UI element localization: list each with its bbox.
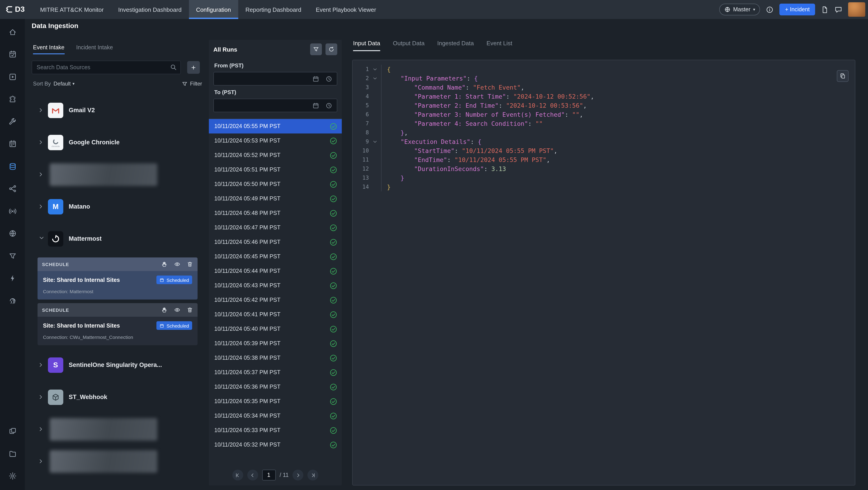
page-next-button[interactable]	[293, 470, 304, 481]
rail-button-link-analysis[interactable]	[0, 178, 25, 200]
add-incident-button[interactable]: + Incident	[780, 4, 815, 16]
rail-button-settings-gear[interactable]	[0, 465, 25, 487]
grab-icon[interactable]	[161, 261, 168, 267]
data-source-redacted[interactable]	[32, 158, 204, 191]
eye-icon[interactable]	[174, 307, 180, 313]
rail-button-home[interactable]	[0, 21, 25, 43]
run-row[interactable]: 10/11/2024 05:33 PM PST	[209, 423, 342, 437]
rail-button-automation[interactable]	[0, 267, 25, 290]
clock-icon[interactable]	[326, 75, 332, 82]
nav-item-reporting-dashboard[interactable]: Reporting Dashboard	[238, 0, 309, 19]
rail-button-playbook[interactable]	[0, 66, 25, 88]
tab-input-data[interactable]: Input Data	[353, 40, 380, 51]
schedule-card[interactable]: SCHEDULESite: Shared to Internal SitesSc…	[37, 257, 197, 299]
run-row[interactable]: 10/11/2024 05:52 PM PST	[209, 148, 342, 163]
app-logo[interactable]: D3	[0, 0, 33, 19]
search-input[interactable]	[32, 61, 181, 74]
nav-item-configuration[interactable]: Configuration	[189, 0, 238, 19]
run-row[interactable]: 10/11/2024 05:42 PM PST	[209, 293, 342, 307]
data-source-sentinelone-singularity-opera[interactable]: SSentinelOne Singularity Opera...	[32, 349, 204, 381]
run-row[interactable]: 10/11/2024 05:53 PM PST	[209, 134, 342, 148]
eye-icon[interactable]	[174, 261, 180, 267]
run-row[interactable]: 10/11/2024 05:50 PM PST	[209, 177, 342, 192]
rail-button-data-ingestion[interactable]	[0, 155, 25, 178]
chevron-right-icon[interactable]	[38, 458, 45, 464]
calendar-icon[interactable]	[312, 102, 319, 109]
rail-button-schedule-calendar[interactable]	[0, 133, 25, 155]
clock-icon[interactable]	[326, 102, 332, 109]
run-row[interactable]: 10/11/2024 05:40 PM PST	[209, 322, 342, 336]
page-first-button[interactable]	[232, 470, 243, 481]
data-source-redacted[interactable]	[32, 445, 204, 477]
rail-button-globe[interactable]	[0, 222, 25, 245]
run-row[interactable]: 10/11/2024 05:32 PM PST	[209, 437, 342, 452]
run-row[interactable]: 10/11/2024 05:46 PM PST	[209, 235, 342, 249]
chevron-right-icon[interactable]	[38, 204, 45, 209]
rail-button-integrations[interactable]	[0, 88, 25, 110]
rail-button-folder[interactable]	[0, 442, 25, 465]
delete-icon[interactable]	[187, 261, 193, 267]
run-row[interactable]: 10/11/2024 05:51 PM PST	[209, 163, 342, 177]
run-row[interactable]: 10/11/2024 05:39 PM PST	[209, 336, 342, 351]
copy-button[interactable]	[837, 70, 848, 82]
calendar-icon[interactable]	[312, 75, 319, 82]
chevron-right-icon[interactable]	[38, 107, 45, 113]
tab-ingested-data[interactable]: Ingested Data	[437, 40, 474, 51]
run-row[interactable]: 10/11/2024 05:48 PM PST	[209, 206, 342, 220]
tab-output-data[interactable]: Output Data	[393, 40, 425, 51]
master-selector[interactable]: Master ▾	[719, 4, 760, 16]
run-row[interactable]: 10/11/2024 05:49 PM PST	[209, 192, 342, 206]
run-row[interactable]: 10/11/2024 05:55 PM PST	[209, 119, 342, 134]
run-row[interactable]: 10/11/2024 05:43 PM PST	[209, 278, 342, 293]
rail-button-fingerprint[interactable]	[0, 290, 25, 312]
run-row[interactable]: 10/11/2024 05:47 PM PST	[209, 220, 342, 235]
chevron-right-icon[interactable]	[38, 171, 45, 177]
nav-item-mitre-att-ck-monitor[interactable]: MITRE ATT&CK Monitor	[33, 0, 111, 19]
run-row[interactable]: 10/11/2024 05:36 PM PST	[209, 380, 342, 394]
to-datetime-input[interactable]	[213, 98, 337, 112]
sort-by-dropdown[interactable]: Default ▾	[54, 81, 74, 87]
data-source-google-chronicle[interactable]: chronicleGoogle Chronicle	[32, 126, 204, 158]
run-row[interactable]: 10/11/2024 05:38 PM PST	[209, 351, 342, 365]
user-avatar[interactable]	[848, 2, 865, 17]
run-row[interactable]: 10/11/2024 05:44 PM PST	[209, 264, 342, 278]
data-source-gmail-v2[interactable]: Gmail V2	[32, 94, 204, 126]
schedule-card[interactable]: SCHEDULESite: Shared to Internal SitesSc…	[37, 303, 197, 345]
search-icon[interactable]	[170, 64, 177, 70]
add-data-source-button[interactable]: +	[187, 61, 200, 74]
data-source-st-webhook[interactable]: ST_Webhook	[32, 381, 204, 413]
run-row[interactable]: 10/11/2024 05:45 PM PST	[209, 249, 342, 264]
chevron-down-icon[interactable]	[39, 235, 44, 242]
chat-icon[interactable]	[835, 6, 842, 13]
chevron-right-icon[interactable]	[38, 394, 45, 400]
rail-button-incident-calendar[interactable]	[0, 43, 25, 66]
nav-item-event-playbook-viewer[interactable]: Event Playbook Viewer	[309, 0, 383, 19]
rail-button-utilities[interactable]	[0, 110, 25, 133]
run-row[interactable]: 10/11/2024 05:34 PM PST	[209, 409, 342, 423]
tab-event-intake[interactable]: Event Intake	[33, 44, 64, 54]
rail-button-broadcast[interactable]	[0, 200, 25, 222]
tab-event-list[interactable]: Event List	[487, 40, 512, 51]
page-number-input[interactable]: 1	[262, 470, 276, 481]
collapse-chevron-icon[interactable]	[369, 137, 381, 146]
chevron-right-icon[interactable]	[38, 139, 45, 145]
runs-refresh-button[interactable]	[326, 44, 337, 55]
run-row[interactable]: 10/11/2024 05:41 PM PST	[209, 307, 342, 322]
document-icon[interactable]	[821, 6, 829, 13]
page-last-button[interactable]	[308, 470, 318, 481]
tab-incident-intake[interactable]: Incident Intake	[76, 44, 113, 54]
nav-item-investigation-dashboard[interactable]: Investigation Dashboard	[111, 0, 189, 19]
collapse-chevron-icon[interactable]	[369, 74, 381, 83]
run-row[interactable]: 10/11/2024 05:37 PM PST	[209, 365, 342, 380]
run-row[interactable]: 10/11/2024 05:35 PM PST	[209, 394, 342, 409]
filter-button[interactable]: Filter	[182, 81, 202, 87]
info-icon[interactable]	[766, 6, 774, 13]
grab-icon[interactable]	[161, 307, 168, 313]
rail-button-windows-copy[interactable]	[0, 420, 25, 442]
rail-button-funnel[interactable]	[0, 245, 25, 267]
data-source-redacted[interactable]	[32, 413, 204, 445]
from-datetime-input[interactable]	[213, 72, 337, 86]
delete-icon[interactable]	[187, 307, 193, 313]
runs-filter-button[interactable]	[310, 44, 322, 55]
chevron-right-icon[interactable]	[38, 362, 45, 368]
